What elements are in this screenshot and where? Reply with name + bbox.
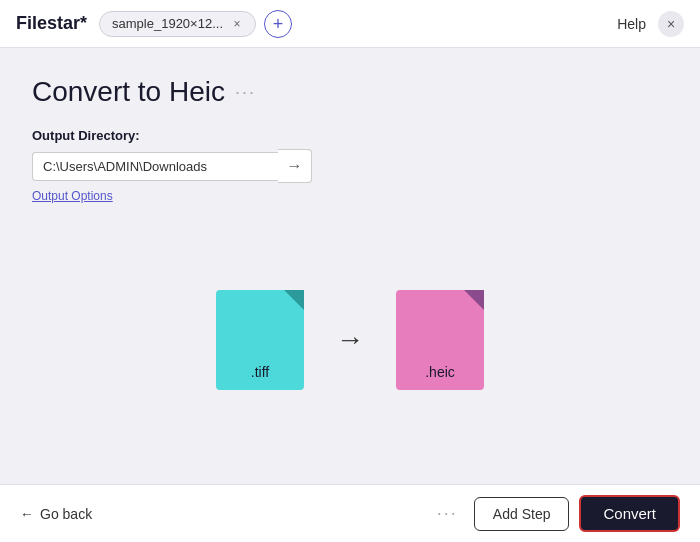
file-tab[interactable]: sample_1920×12... × [99,11,256,37]
add-tab-button[interactable]: + [264,10,292,38]
add-step-button[interactable]: Add Step [474,497,570,531]
app-title: Filestar* [16,13,87,34]
file-tab-label: sample_1920×12... [112,16,223,31]
output-dir-input[interactable] [32,152,278,181]
target-file-card: .heic [396,290,484,390]
convert-button[interactable]: Convert [579,495,680,532]
page-title-area: Convert to Heic ··· [32,76,668,108]
page-title-ellipsis: ··· [235,82,256,103]
output-dir-input-row: → [32,149,312,183]
go-back-label: Go back [40,506,92,522]
conversion-arrow-icon: → [336,324,364,356]
output-dir-label: Output Directory: [32,128,668,143]
output-dir-section: Output Directory: → Output Options [32,128,668,203]
source-file-card: .tiff [216,290,304,390]
close-tab-button[interactable]: × [229,16,245,32]
target-file-ext: .heic [425,364,455,380]
back-arrow-icon: ← [20,506,34,522]
heic-corner [464,290,484,310]
page-title: Convert to Heic [32,76,225,108]
tiff-corner [284,290,304,310]
conversion-illustration: .tiff → .heic [32,215,668,464]
file-tabs-area: sample_1920×12... × + [99,10,617,38]
go-back-button[interactable]: ← Go back [20,506,92,522]
output-dir-go-button[interactable]: → [278,149,312,183]
help-link[interactable]: Help [617,16,646,32]
arrow-right-icon: → [287,157,303,175]
main-content: Convert to Heic ··· Output Directory: → … [0,48,700,484]
footer-dots: ··· [437,503,458,524]
output-options-link[interactable]: Output Options [32,189,113,203]
app-header: Filestar* sample_1920×12... × + Help × [0,0,700,48]
header-right: Help × [617,11,684,37]
source-file-ext: .tiff [251,364,269,380]
footer: ← Go back ··· Add Step Convert [0,484,700,542]
close-window-button[interactable]: × [658,11,684,37]
